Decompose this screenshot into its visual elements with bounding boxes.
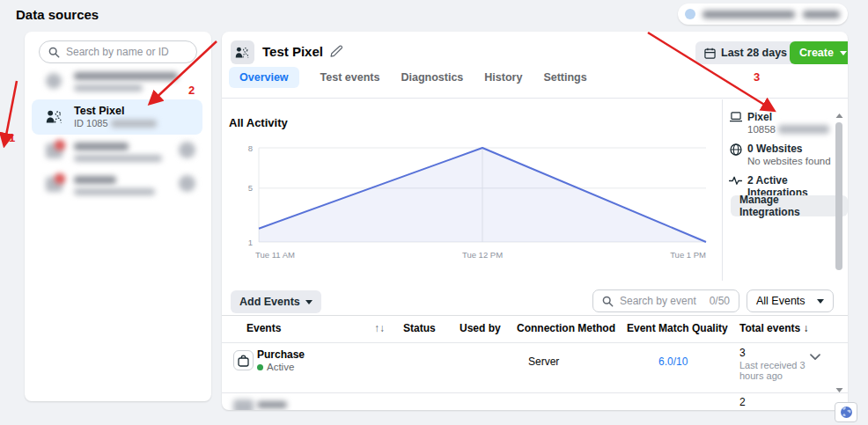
event-search-input[interactable]: Search by event 0/50 [592, 289, 739, 312]
sort-icon[interactable]: ↑↓ [374, 322, 385, 334]
col-event-match-quality[interactable]: Event Match Quality [627, 322, 728, 334]
account-pill[interactable] [678, 4, 848, 25]
search-icon [48, 47, 60, 58]
active-dot-icon [257, 364, 263, 370]
event-match-quality-link[interactable]: 6.0/10 [658, 355, 688, 368]
redacted-item-name [74, 72, 178, 80]
chevron-down-icon [840, 51, 847, 55]
pixel-list-item[interactable] [32, 139, 202, 171]
col-total-events[interactable]: Total events ↓ [739, 322, 808, 334]
shopping-bag-icon [238, 355, 249, 367]
svg-text:Tue 12 PM: Tue 12 PM [462, 250, 503, 260]
pixel-list-item[interactable] [32, 70, 202, 99]
last-received-line2: hours ago [739, 370, 783, 381]
redacted-item-id [74, 188, 155, 195]
annotation-label-1: 1 [9, 131, 15, 144]
connection-method-value: Server [528, 355, 559, 368]
item-id: ID 1085 [74, 118, 157, 128]
calendar-icon [704, 48, 716, 59]
col-status[interactable]: Status [403, 322, 436, 334]
redacted-event-name [257, 401, 287, 408]
total-events-value: 2 [739, 396, 746, 408]
date-range-label: Last 28 days [721, 47, 787, 59]
pixel-title: Test Pixel [262, 44, 323, 59]
svg-text:Tue 11 AM: Tue 11 AM [255, 250, 295, 260]
pixel-type-label: Pixel [747, 111, 772, 123]
redacted-item-icon [46, 73, 62, 89]
event-name: Purchase [257, 348, 305, 361]
manage-integrations-button[interactable]: Manage Integrations [731, 195, 848, 216]
total-events-value: 3 [739, 347, 746, 359]
tab-test-events[interactable]: Test events [320, 67, 380, 88]
redacted-item-id [74, 84, 143, 92]
create-label: Create [799, 47, 834, 59]
pixel-icon [46, 109, 63, 124]
sort-down-arrow: ↓ [803, 322, 808, 334]
tab-settings[interactable]: Settings [543, 67, 586, 88]
event-icon-box [233, 350, 254, 370]
account-avatar [685, 9, 695, 19]
redacted-account-id [803, 11, 840, 18]
event-search-placeholder: Search by event [620, 295, 703, 307]
pixel-list-item[interactable] [32, 172, 202, 204]
globe-icon [730, 143, 742, 156]
last-received-line1: Last received 3 [739, 360, 805, 370]
section-divider [722, 99, 723, 281]
tab-bar: Overview Test events Diagnostics History… [229, 67, 587, 88]
laptop-icon [730, 112, 742, 122]
event-search-counter: 0/50 [710, 295, 730, 307]
col-events[interactable]: Events [246, 322, 281, 334]
globe-blue-icon [840, 406, 853, 419]
status-circle-icon [179, 175, 195, 192]
search-placeholder: Search by name or ID [66, 46, 169, 58]
search-icon [602, 296, 614, 307]
table-top-border [222, 315, 848, 316]
chevron-down-icon [817, 299, 824, 304]
redacted-item-name [74, 143, 129, 150]
page-title: Data sources [16, 7, 99, 22]
create-button[interactable]: Create [790, 41, 848, 64]
pixel-id: 10858 [747, 124, 829, 135]
chevron-down-icon [305, 300, 313, 304]
all-activity-chart: 158Tue 11 AMTue 12 PMTue 1 PM [229, 128, 722, 262]
redacted-id-suffix [111, 120, 157, 128]
redacted-event-icon [233, 399, 254, 410]
event-filter-dropdown[interactable]: All Events [747, 289, 834, 312]
redacted-account-name [702, 11, 795, 18]
pixel-icon [235, 46, 250, 59]
redacted-item-id [74, 155, 162, 162]
events-manager-screen: Data sources Search by name or ID [0, 0, 868, 425]
tab-overview[interactable]: Overview [229, 67, 299, 88]
col-used-by[interactable]: Used by [460, 322, 501, 334]
item-name: Test Pixel [74, 105, 124, 117]
add-events-button[interactable]: Add Events [231, 290, 321, 313]
pixel-list-item-test-pixel[interactable]: Test Pixel ID 1085 [32, 99, 202, 135]
event-status: Active [257, 362, 294, 372]
data-sources-sidebar: Search by name or ID Test Pixel ID 1085 [25, 32, 211, 401]
redacted-item-name [74, 176, 116, 184]
scrollbar-thumb[interactable] [835, 122, 842, 270]
tab-diagnostics[interactable]: Diagnostics [401, 67, 463, 88]
browser-globe-button[interactable] [835, 402, 857, 422]
svg-text:8: 8 [248, 143, 253, 153]
warning-badge-icon [55, 173, 65, 184]
tab-history[interactable]: History [484, 67, 522, 88]
annotation-arrow-1 [4, 81, 17, 144]
status-circle-icon [179, 142, 195, 158]
pulse-icon [729, 175, 742, 186]
event-filter-value: All Events [756, 295, 805, 307]
scroll-up-icon[interactable] [835, 113, 843, 119]
header-bottom-border [222, 342, 848, 343]
svg-text:Tue 1 PM: Tue 1 PM [670, 250, 706, 260]
websites-sub: No websites found [747, 156, 831, 166]
edit-pencil-icon[interactable] [329, 45, 342, 58]
redacted-pixel-id [778, 125, 829, 134]
panel-header: Test Pixel Overview Test events Diagnost… [222, 32, 848, 99]
warning-badge-icon [55, 140, 65, 150]
row-expand-chevron-icon[interactable] [810, 354, 820, 361]
search-input[interactable]: Search by name or ID [39, 40, 197, 63]
chart-title: All Activity [229, 116, 288, 129]
websites-label: 0 Websites [747, 143, 802, 155]
row-divider [222, 392, 848, 393]
col-connection-method[interactable]: Connection Method [517, 322, 615, 334]
